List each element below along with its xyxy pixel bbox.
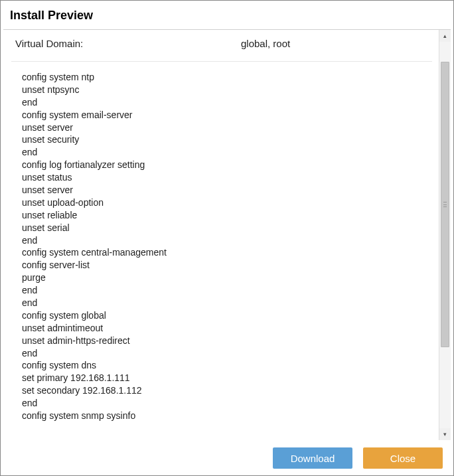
dialog-footer: Download Close	[1, 440, 453, 475]
scrollbar-thumb[interactable]	[441, 62, 449, 347]
scroll-down-icon[interactable]: ▾	[439, 428, 451, 440]
config-text: config system ntp unset ntpsync end conf…	[11, 62, 432, 422]
close-button[interactable]: Close	[363, 447, 443, 469]
content-pane: Virtual Domain: global, root config syst…	[3, 30, 439, 440]
vertical-scrollbar[interactable]: ▴ ▾	[439, 30, 451, 440]
install-preview-dialog: Install Preview Virtual Domain: global, …	[0, 0, 454, 476]
scroll-up-icon[interactable]: ▴	[439, 30, 451, 42]
dialog-title: Install Preview	[1, 1, 453, 29]
scrollbar-track[interactable]	[439, 42, 451, 428]
content-outer: Virtual Domain: global, root config syst…	[3, 29, 451, 440]
download-button[interactable]: Download	[273, 447, 352, 469]
scrollbar-grip-icon	[443, 202, 447, 207]
virtual-domain-label: Virtual Domain:	[15, 38, 241, 49]
virtual-domain-row: Virtual Domain: global, root	[11, 38, 432, 62]
virtual-domain-value: global, root	[241, 38, 432, 49]
